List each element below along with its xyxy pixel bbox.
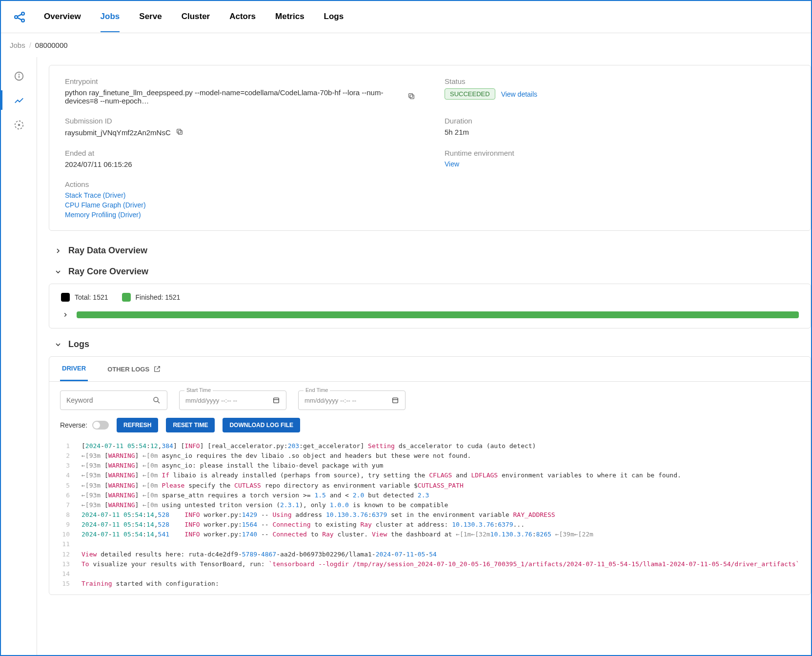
entrypoint-value: python ray_finetune_llm_deepspeed.py --m… xyxy=(65,88,403,105)
download-log-button[interactable]: DOWNLOAD LOG FILE xyxy=(223,418,300,432)
duration-value: 5h 21m xyxy=(445,128,795,136)
svg-rect-10 xyxy=(410,95,414,99)
chevron-right-icon xyxy=(54,246,62,255)
reset-time-button[interactable]: RESET TIME xyxy=(166,418,215,432)
nav-logs[interactable]: Logs xyxy=(324,2,344,32)
keyword-input[interactable] xyxy=(66,396,152,404)
ended-label: Ended at xyxy=(65,149,415,157)
log-line: 5←[93m [WARNING] ←[0m Please specify the… xyxy=(49,481,811,491)
chart-icon[interactable] xyxy=(14,95,24,106)
external-link-icon xyxy=(153,365,161,373)
logs-header[interactable]: Logs xyxy=(54,339,811,349)
submission-label: Submission ID xyxy=(65,117,415,125)
legend-total: Total: 1521 xyxy=(75,293,108,301)
start-time-input[interactable]: Start Time mm/dd/yyyy --:-- -- xyxy=(179,390,286,410)
action-link[interactable]: Memory Profiling (Driver) xyxy=(65,211,415,219)
nav-cluster[interactable]: Cluster xyxy=(182,2,210,32)
ray-logo-icon xyxy=(13,10,26,24)
svg-point-9 xyxy=(18,124,20,126)
ray-core-panel: Total: 1521 Finished: 1521 xyxy=(49,284,811,328)
ended-value: 2024/07/11 06:15:26 xyxy=(65,160,415,168)
nav-serve[interactable]: Serve xyxy=(139,2,162,32)
status-badge: SUCCEEDED xyxy=(445,88,495,100)
log-output: 1[2024-07-11 05:54:12,384] [INFO] [real_… xyxy=(49,439,811,594)
view-details-link[interactable]: View details xyxy=(501,90,537,98)
progress-icon[interactable] xyxy=(14,120,24,130)
job-details-card: Entrypoint python ray_finetune_llm_deeps… xyxy=(49,65,811,231)
progress-bar xyxy=(77,311,799,318)
info-icon[interactable] xyxy=(14,71,24,82)
svg-rect-11 xyxy=(409,93,413,97)
submission-value: raysubmit_jVNqYmf2zAn2mNsC xyxy=(65,128,171,137)
log-line: 82024-07-11 05:54:14,528 INFO worker.py:… xyxy=(49,510,811,520)
log-line: 12View detailed results here: ruta-dc4e2… xyxy=(49,550,811,559)
svg-rect-18 xyxy=(393,398,398,403)
log-line: 102024-07-11 05:54:14,541 INFO worker.py… xyxy=(49,530,811,539)
ray-data-header[interactable]: Ray Data Overview xyxy=(54,246,811,256)
copy-icon[interactable] xyxy=(176,128,183,137)
legend-finished: Finished: 1521 xyxy=(136,293,181,301)
duration-label: Duration xyxy=(445,117,795,125)
nav-jobs[interactable]: Jobs xyxy=(101,2,120,32)
reverse-toggle[interactable] xyxy=(92,421,109,430)
end-time-input[interactable]: End Time mm/dd/yyyy --:-- -- xyxy=(298,390,406,410)
ray-core-header[interactable]: Ray Core Overview xyxy=(54,266,811,277)
svg-rect-12 xyxy=(178,130,182,134)
tab-driver[interactable]: DRIVER xyxy=(60,357,88,381)
content-area: Entrypoint python ray_finetune_llm_deeps… xyxy=(37,57,811,656)
chevron-down-icon xyxy=(54,340,62,349)
svg-point-14 xyxy=(154,397,158,402)
log-line: 13To visualize your results with TensorB… xyxy=(49,559,811,569)
log-line: 92024-07-11 05:54:14,528 INFO worker.py:… xyxy=(49,520,811,530)
log-line: 15Training started with configuration: xyxy=(49,579,811,589)
side-rail xyxy=(1,57,37,656)
swatch-total xyxy=(61,293,70,302)
search-icon[interactable] xyxy=(152,396,161,405)
svg-rect-16 xyxy=(274,398,279,403)
svg-line-4 xyxy=(17,18,21,20)
copy-icon[interactable] xyxy=(407,92,415,102)
breadcrumb-parent[interactable]: Jobs xyxy=(10,41,25,49)
nav-metrics[interactable]: Metrics xyxy=(275,2,304,32)
action-link[interactable]: Stack Trace (Driver) xyxy=(65,191,415,199)
svg-line-3 xyxy=(17,14,21,17)
svg-point-7 xyxy=(19,74,19,75)
chevron-right-icon[interactable] xyxy=(61,310,70,319)
svg-line-15 xyxy=(158,401,160,403)
chevron-down-icon xyxy=(54,267,62,276)
tab-other-logs[interactable]: OTHER LOGS xyxy=(105,357,163,381)
status-label: Status xyxy=(445,77,795,85)
calendar-icon xyxy=(391,396,399,404)
swatch-finished xyxy=(122,293,131,302)
actions-label: Actions xyxy=(65,180,415,188)
main-nav: OverviewJobsServeClusterActorsMetricsLog… xyxy=(44,2,344,32)
log-line: 2←[93m [WARNING] ←[0m async_io requires … xyxy=(49,451,811,461)
entrypoint-label: Entrypoint xyxy=(65,77,415,85)
nav-overview[interactable]: Overview xyxy=(44,2,81,32)
log-line: 1[2024-07-11 05:54:12,384] [INFO] [real_… xyxy=(49,441,811,451)
topbar: OverviewJobsServeClusterActorsMetricsLog… xyxy=(1,1,811,33)
log-line: 7←[93m [WARNING] ←[0m using untested tri… xyxy=(49,500,811,510)
svg-rect-13 xyxy=(177,129,181,133)
log-line: 4←[93m [WARNING] ←[0m If libaio is alrea… xyxy=(49,471,811,480)
runtime-label: Runtime environment xyxy=(445,149,795,157)
calendar-icon xyxy=(272,396,280,404)
refresh-button[interactable]: REFRESH xyxy=(117,418,158,432)
action-link[interactable]: CPU Flame Graph (Driver) xyxy=(65,201,415,209)
reverse-label: Reverse: xyxy=(60,421,87,429)
runtime-view-link[interactable]: View xyxy=(445,160,459,168)
logs-panel: DRIVER OTHER LOGS Start Time mm/dd/yyyy … xyxy=(49,356,811,595)
log-line: 14 xyxy=(49,569,811,579)
log-line: 3←[93m [WARNING] ←[0m async_io: please i… xyxy=(49,461,811,471)
log-line: 6←[93m [WARNING] ←[0m sparse_attn requir… xyxy=(49,491,811,500)
keyword-input-wrap xyxy=(60,390,167,410)
breadcrumb-current: 08000000 xyxy=(35,41,68,49)
nav-actors[interactable]: Actors xyxy=(229,2,256,32)
breadcrumb: Jobs / 08000000 xyxy=(1,33,811,57)
log-line: 11 xyxy=(49,539,811,549)
